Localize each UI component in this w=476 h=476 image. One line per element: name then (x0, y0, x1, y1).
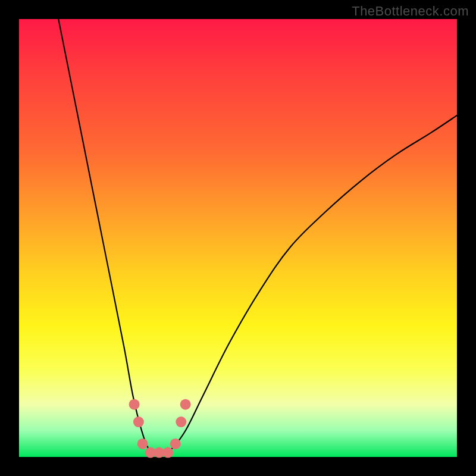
highlight-dot (176, 416, 186, 427)
highlight-dot (162, 447, 173, 458)
highlight-dot (170, 439, 181, 449)
highlight-dot (180, 399, 191, 410)
frame: TheBottleneck.com (0, 0, 476, 476)
highlight-dots (129, 399, 191, 458)
bottleneck-curve (58, 19, 457, 456)
plot-area (19, 19, 457, 457)
highlight-dot (137, 439, 148, 449)
chart-svg (19, 19, 457, 457)
watermark-text: TheBottleneck.com (352, 4, 469, 19)
highlight-dot (129, 399, 140, 410)
highlight-dot (133, 416, 144, 427)
